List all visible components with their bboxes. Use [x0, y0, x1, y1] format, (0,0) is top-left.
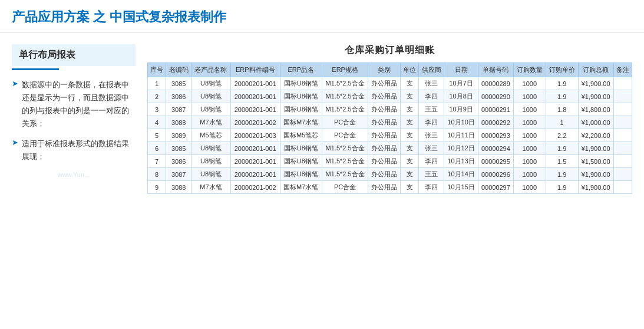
table-cell: 20000201-002 [230, 116, 280, 129]
table-cell: 支 [401, 181, 419, 194]
table-cell: M1.5*2.5合金 [322, 90, 368, 103]
table-cell: 20000201-001 [230, 90, 280, 103]
table-cell: 20000201-001 [230, 103, 280, 116]
table-cell: 00000290 [478, 90, 513, 103]
table-cell: M5笔芯 [191, 129, 231, 142]
table-cell: 10月11日 [444, 129, 478, 142]
table-cell: 1000 [513, 181, 546, 194]
table-cell: 王五 [419, 168, 444, 181]
table-header-cell: 类别 [368, 63, 401, 77]
table-cell: 王五 [419, 103, 444, 116]
table-cell: 国标U8钢笔 [280, 77, 322, 90]
table-header-cell: 库号 [148, 63, 166, 77]
table-cell [613, 181, 632, 194]
table-cell: M1.5*2.5合金 [322, 77, 368, 90]
bullet-text-2: 适用于标准报表形式的数据结果展现； [22, 137, 136, 163]
table-header-row: 库号老编码老产品名称ERP料件编号ERP品名ERP规格类别单位供应商日期单据号码… [148, 63, 632, 77]
table-cell [613, 168, 632, 181]
table-cell: 10月8日 [444, 90, 478, 103]
table-header-cell: 订购单价 [546, 63, 578, 77]
table-row: 83087U8钢笔20000201-001国标U8钢笔M1.5*2.5合金办公用… [148, 168, 632, 181]
table-cell: ¥1,800.00 [578, 103, 613, 116]
table-cell: 5 [148, 129, 166, 142]
table-cell: 6 [148, 142, 166, 155]
bullet-item-2: ➤ 适用于标准报表形式的数据结果展现； [12, 137, 136, 163]
table-cell: 支 [401, 90, 419, 103]
table-cell: 张三 [419, 129, 444, 142]
table-cell: 20000201-001 [230, 168, 280, 181]
table-cell: 3085 [166, 77, 191, 90]
table-row: 43088M7水笔20000201-002国标M7水笔PC合金办公用品支李四10… [148, 116, 632, 129]
table-cell: 支 [401, 129, 419, 142]
right-panel: 仓库采购订单明细账 库号老编码老产品名称ERP料件编号ERP品名ERP规格类别单… [147, 44, 632, 194]
table-cell: 00000295 [478, 155, 513, 168]
table-cell: 00000294 [478, 142, 513, 155]
table-cell: 1.9 [546, 181, 578, 194]
section-divider [12, 68, 59, 70]
table-header-cell: 老编码 [166, 63, 191, 77]
table-header-cell: 单位 [401, 63, 419, 77]
table-cell: 办公用品 [368, 90, 401, 103]
table-cell: 李四 [419, 181, 444, 194]
table-cell: 国标U8钢笔 [280, 168, 322, 181]
table-cell: 20000201-001 [230, 142, 280, 155]
table-cell: ¥2,200.00 [578, 129, 613, 142]
table-cell [613, 90, 632, 103]
table-header-cell: 单据号码 [478, 63, 513, 77]
table-cell: 00000292 [478, 116, 513, 129]
table-cell: 国标U8钢笔 [280, 155, 322, 168]
table-cell: 1000 [513, 116, 546, 129]
table-cell: 3086 [166, 90, 191, 103]
table-cell: 支 [401, 142, 419, 155]
table-cell: M1.5*2.5合金 [322, 155, 368, 168]
table-cell: 1.5 [546, 155, 578, 168]
table-cell: 1.9 [546, 142, 578, 155]
table-cell: 1000 [513, 77, 546, 90]
table-cell: 10月12日 [444, 142, 478, 155]
table-header-cell: ERP料件编号 [230, 63, 280, 77]
table-cell: 3085 [166, 142, 191, 155]
table-cell: 1 [148, 77, 166, 90]
data-table: 库号老编码老产品名称ERP料件编号ERP品名ERP规格类别单位供应商日期单据号码… [147, 62, 632, 194]
table-cell: ¥1,000.00 [578, 116, 613, 129]
table-cell: 办公用品 [368, 129, 401, 142]
table-header-cell: 供应商 [419, 63, 444, 77]
table-cell: U8钢笔 [191, 103, 231, 116]
table-row: 13085U8钢笔20000201-001国标U8钢笔M1.5*2.5合金办公用… [148, 77, 632, 90]
table-cell: 20000201-001 [230, 155, 280, 168]
bullet-arrow-1: ➤ [12, 79, 18, 88]
table-cell: 3086 [166, 155, 191, 168]
table-cell: ¥1,500.00 [578, 155, 613, 168]
table-cell: 支 [401, 168, 419, 181]
table-cell: M1.5*2.5合金 [322, 142, 368, 155]
table-cell: 10月15日 [444, 181, 478, 194]
table-cell: 1000 [513, 155, 546, 168]
table-cell: U8钢笔 [191, 77, 231, 90]
table-cell: 办公用品 [368, 103, 401, 116]
table-cell: 10月13日 [444, 155, 478, 168]
table-cell: 1 [546, 116, 578, 129]
table-cell: 李四 [419, 116, 444, 129]
table-header-cell: ERP规格 [322, 63, 368, 77]
table-cell: ¥1,900.00 [578, 168, 613, 181]
table-cell: 20000201-003 [230, 129, 280, 142]
table-cell: 00000296 [478, 168, 513, 181]
table-cell: 3088 [166, 181, 191, 194]
table-cell: U8钢笔 [191, 90, 231, 103]
table-cell: 00000297 [478, 181, 513, 194]
table-row: 93088M7水笔20000201-002国标M7水笔PC合金办公用品支李四10… [148, 181, 632, 194]
table-cell: 国标M7水笔 [280, 181, 322, 194]
table-cell: 支 [401, 116, 419, 129]
table-cell: 1.8 [546, 103, 578, 116]
table-row: 53089M5笔芯20000201-003国标M5笔芯PC合金办公用品支张三10… [148, 129, 632, 142]
table-header-cell: 日期 [444, 63, 478, 77]
bullet-item-1: ➤ 数据源中的一条数据，在报表中还是显示为一行，而且数据源中的列与报表中的列是一… [12, 78, 136, 130]
table-cell: 办公用品 [368, 77, 401, 90]
table-cell: 1000 [513, 129, 546, 142]
table-cell: U8钢笔 [191, 155, 231, 168]
table-cell: 支 [401, 77, 419, 90]
table-cell [613, 103, 632, 116]
table-cell: 20000201-001 [230, 77, 280, 90]
table-row: 33087U8钢笔20000201-001国标U8钢笔M1.5*2.5合金办公用… [148, 103, 632, 116]
table-cell: 1.9 [546, 90, 578, 103]
